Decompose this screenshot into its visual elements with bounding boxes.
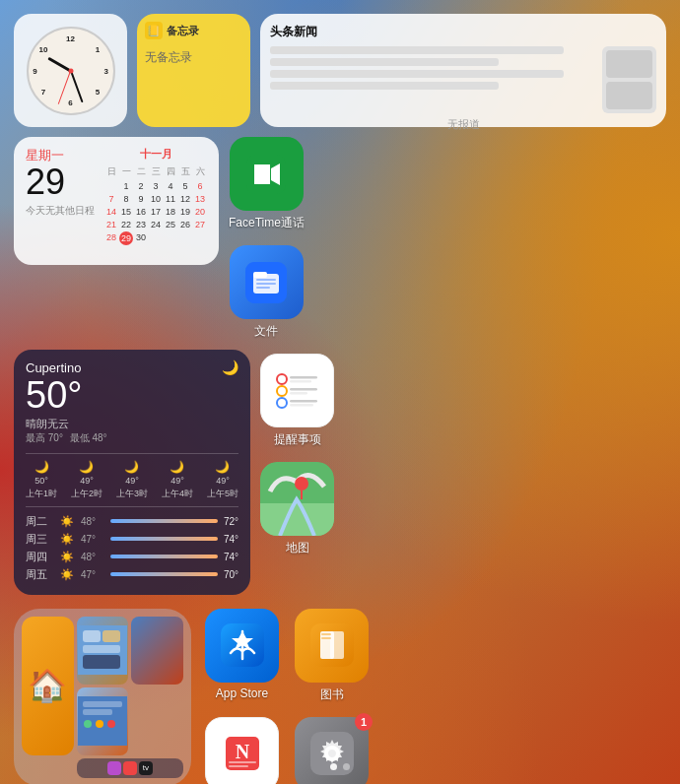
reminders-app[interactable]: 提醒事项 bbox=[260, 354, 334, 448]
news-line-2 bbox=[270, 58, 499, 66]
svg-rect-7 bbox=[256, 283, 276, 285]
top-right-apps: FaceTime通话 文件 bbox=[229, 137, 305, 340]
news-image bbox=[602, 46, 656, 113]
facetime-icon bbox=[230, 137, 304, 211]
day-wed-icon: ☀️ bbox=[59, 533, 75, 546]
cal-cell-18: 18 bbox=[164, 206, 177, 218]
hour5-temp: 49° bbox=[216, 476, 230, 486]
calendar-widget[interactable]: 星期一 29 今天无其他日程 十一月 日 一 二 三 四 五 六 1 bbox=[14, 137, 219, 265]
cal-hdr-1: 一 bbox=[119, 164, 133, 179]
settings-app[interactable]: 1 设置 bbox=[295, 717, 369, 784]
weather-hour-3: 🌙 49° 上午3时 bbox=[116, 460, 148, 500]
news-content bbox=[270, 46, 656, 113]
news-widget[interactable]: 头条新闻 无报道 bbox=[260, 14, 666, 127]
day-fri-hi: 70° bbox=[224, 569, 238, 580]
clock-num-10: 10 bbox=[39, 45, 48, 54]
svg-rect-27 bbox=[83, 655, 120, 669]
right-bottom-apps: App Store bbox=[205, 609, 369, 784]
appstore-app[interactable]: App Store bbox=[205, 609, 279, 703]
hour5-icon: 🌙 bbox=[215, 460, 230, 474]
cal-cell-e5 bbox=[193, 231, 207, 245]
folder-mini-1 bbox=[77, 617, 129, 685]
hour3-temp: 49° bbox=[125, 476, 139, 486]
cal-cell-17: 17 bbox=[149, 206, 163, 218]
cal-cell-15: 15 bbox=[119, 206, 133, 218]
day-thu-lo: 48° bbox=[81, 552, 104, 562]
calendar-month: 十一月 bbox=[104, 147, 207, 162]
books-icon bbox=[295, 609, 369, 683]
cal-cell-25: 25 bbox=[164, 219, 177, 230]
hour3-icon: 🌙 bbox=[124, 460, 139, 474]
svg-rect-25 bbox=[102, 630, 120, 642]
svg-rect-44 bbox=[321, 637, 331, 639]
clock-num-5: 5 bbox=[96, 88, 100, 97]
folder-group[interactable]: 🏠 bbox=[14, 609, 191, 784]
svg-rect-14 bbox=[290, 380, 311, 383]
reminders-icon bbox=[260, 354, 334, 427]
svg-rect-13 bbox=[290, 376, 317, 379]
day-tue-lo: 48° bbox=[81, 516, 104, 527]
weather-high: 最高 70° bbox=[26, 432, 63, 443]
weather-day-thu: 周四 ☀️ 48° 74° bbox=[26, 550, 238, 564]
notes-header: 📒 备忘录 bbox=[145, 22, 242, 39]
folder-widget[interactable]: 🏠 bbox=[14, 609, 191, 784]
notes-widget[interactable]: 📒 备忘录 无备忘录 bbox=[137, 14, 250, 127]
facetime-label: FaceTime通话 bbox=[229, 215, 305, 231]
bottom-app-row: 🏠 bbox=[0, 595, 680, 784]
svg-point-31 bbox=[84, 720, 92, 728]
day-thu-bar bbox=[110, 555, 218, 558]
folder-mini-3 bbox=[77, 687, 129, 755]
clock-face: 12 1 3 5 6 7 9 10 bbox=[27, 27, 115, 115]
cal-cell-22: 22 bbox=[119, 219, 133, 230]
svg-rect-17 bbox=[290, 400, 317, 403]
calendar-grid: 日 一 二 三 四 五 六 1 2 3 4 5 6 7 bbox=[104, 164, 207, 245]
weather-top: Cupertino 🌙 bbox=[26, 359, 238, 375]
svg-text:N: N bbox=[235, 741, 249, 762]
home-screen: 12 1 3 5 6 7 9 10 📒 bbox=[0, 0, 680, 784]
cal-cell-10: 10 bbox=[149, 193, 163, 205]
day-fri-lo: 47° bbox=[81, 569, 104, 580]
svg-rect-5 bbox=[253, 272, 267, 278]
news-img-bottom bbox=[606, 82, 652, 109]
hour4-icon: 🌙 bbox=[170, 460, 184, 474]
cal-cell-27: 27 bbox=[193, 219, 207, 230]
day-fri-bar bbox=[110, 572, 218, 576]
news-empty-label: 无报道 bbox=[270, 117, 656, 132]
folder-home-icon: 🏠 bbox=[22, 617, 74, 755]
hour2-icon: 🌙 bbox=[79, 460, 94, 474]
books-app[interactable]: 图书 bbox=[295, 609, 369, 703]
apps-row-news-settings: N News 1 bbox=[205, 717, 369, 784]
appstore-label: App Store bbox=[216, 686, 268, 700]
clock-num-3: 3 bbox=[103, 66, 107, 75]
day-tue-icon: ☀️ bbox=[59, 515, 75, 528]
facetime-app[interactable]: FaceTime通话 bbox=[229, 137, 305, 231]
weather-hour-4: 🌙 49° 上午4时 bbox=[162, 460, 193, 500]
maps-app[interactable]: 地图 bbox=[260, 462, 334, 556]
page-indicator bbox=[330, 763, 350, 770]
hour1-icon: 🌙 bbox=[34, 460, 49, 474]
hour4-time: 上午4时 bbox=[162, 488, 193, 500]
cal-hdr-2: 二 bbox=[134, 164, 148, 179]
cal-cell-e3 bbox=[164, 231, 177, 245]
maps-icon bbox=[260, 462, 334, 536]
cal-cell-e1 bbox=[104, 180, 118, 192]
cal-cell-24: 24 bbox=[149, 219, 163, 230]
weather-daily: 周二 ☀️ 48° 72° 周三 ☀️ 47° 74° 周四 ☀️ 48° bbox=[26, 506, 238, 582]
svg-rect-49 bbox=[229, 765, 248, 767]
hour4-temp: 49° bbox=[170, 476, 184, 486]
calendar-note: 今天无其他日程 bbox=[26, 204, 95, 218]
cal-cell-4: 4 bbox=[164, 180, 177, 192]
cal-cell-9: 9 bbox=[134, 193, 148, 205]
clock-widget[interactable]: 12 1 3 5 6 7 9 10 bbox=[14, 14, 127, 127]
files-label: 文件 bbox=[254, 323, 278, 340]
cal-hdr-3: 三 bbox=[149, 164, 163, 179]
hour1-time: 上午1时 bbox=[26, 488, 57, 500]
day-wed-name: 周三 bbox=[26, 532, 53, 547]
cal-cell-5: 5 bbox=[178, 180, 192, 192]
files-app[interactable]: 文件 bbox=[229, 245, 305, 340]
news-app[interactable]: N News bbox=[205, 717, 279, 784]
weather-day-wed: 周三 ☀️ 47° 74° bbox=[26, 532, 238, 547]
weather-widget[interactable]: Cupertino 🌙 50° 晴朗无云 最高 70° 最低 48° 🌙 50°… bbox=[14, 350, 250, 595]
widgets-row-3: Cupertino 🌙 50° 晴朗无云 最高 70° 最低 48° 🌙 50°… bbox=[0, 340, 680, 595]
weather-moon-icon: 🌙 bbox=[222, 359, 238, 375]
